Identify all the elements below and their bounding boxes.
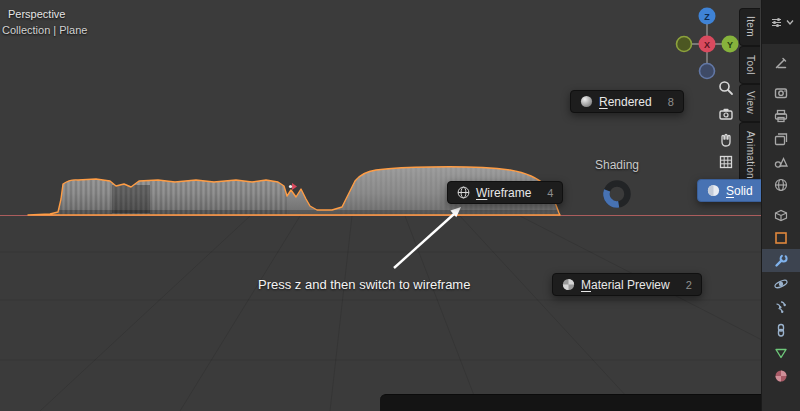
svg-text:X: X — [704, 40, 710, 50]
svg-text:Y: Y — [727, 40, 733, 50]
pan-hand-icon[interactable] — [718, 132, 734, 148]
pie-item-label: Material Preview — [581, 278, 670, 292]
toggle-projection-icon[interactable] — [718, 154, 734, 170]
chevron-down-icon — [786, 18, 794, 26]
gizmo-y-neg-ball[interactable] — [677, 37, 692, 52]
properties-rail — [761, 0, 800, 411]
rendered-icon — [580, 95, 593, 108]
svg-text:Z: Z — [704, 12, 710, 22]
rail-tab-view-layer[interactable] — [762, 127, 800, 150]
rail-tab-object[interactable] — [762, 226, 800, 249]
rail-tab-particles[interactable] — [762, 295, 800, 318]
annotation-arrow — [380, 195, 480, 285]
solid-icon — [707, 184, 720, 197]
gizmo-z-neg-ball[interactable] — [700, 64, 715, 79]
breadcrumb: Collection | Plane — [2, 24, 87, 36]
rail-tab-constraints[interactable] — [762, 318, 800, 341]
pie-item-label: Solid — [726, 184, 753, 198]
bottom-editor-panel — [380, 394, 762, 411]
rail-tab-physics[interactable] — [762, 272, 800, 295]
annotation-text: Press z and then switch to wireframe — [258, 277, 470, 292]
pie-item-label: Wireframe — [476, 186, 531, 200]
rail-tab-object-data[interactable] — [762, 341, 800, 364]
material-preview-icon — [562, 278, 575, 291]
pie-item-rendered[interactable]: Rendered 8 — [570, 90, 684, 113]
properties-editor-icon — [769, 15, 784, 30]
rail-tab-world[interactable] — [762, 173, 800, 196]
sidebar-tab-view[interactable]: View — [739, 84, 760, 122]
camera-view-icon[interactable] — [718, 106, 734, 122]
rail-tab-material[interactable] — [762, 364, 800, 387]
zoom-icon[interactable] — [718, 80, 734, 96]
pie-menu-title: Shading — [575, 158, 659, 172]
3d-viewport[interactable]: Perspective Collection | Plane Press z a… — [0, 0, 762, 411]
navigation-gizmo[interactable]: Z X Y — [672, 4, 744, 80]
pie-item-hotkey: 4 — [547, 187, 553, 199]
rail-tab-modifiers[interactable] — [762, 249, 800, 272]
wireframe-icon — [457, 186, 470, 199]
editor-type-selector[interactable] — [762, 0, 800, 44]
rail-tab-output[interactable] — [762, 104, 800, 127]
pie-item-label: Rendered — [599, 95, 652, 109]
scene-marker — [289, 183, 297, 190]
pie-item-wireframe[interactable]: Wireframe 4 — [447, 181, 563, 204]
pie-item-hotkey: 8 — [668, 96, 674, 108]
pie-item-material-preview[interactable]: Material Preview 2 — [552, 273, 702, 296]
rail-tab-scene[interactable] — [762, 150, 800, 173]
rail-tab-collection[interactable] — [762, 203, 800, 226]
pie-item-solid[interactable]: Solid 6 — [697, 179, 762, 202]
sidebar-tab-item[interactable]: Item — [739, 8, 760, 46]
pie-item-hotkey: 2 — [686, 279, 692, 291]
rail-tab-tool[interactable] — [762, 51, 800, 74]
pie-menu-center — [599, 176, 635, 212]
view-mode-label: Perspective — [8, 8, 65, 20]
sidebar-tab-tool[interactable]: Tool — [739, 46, 760, 84]
rail-tab-render[interactable] — [762, 81, 800, 104]
